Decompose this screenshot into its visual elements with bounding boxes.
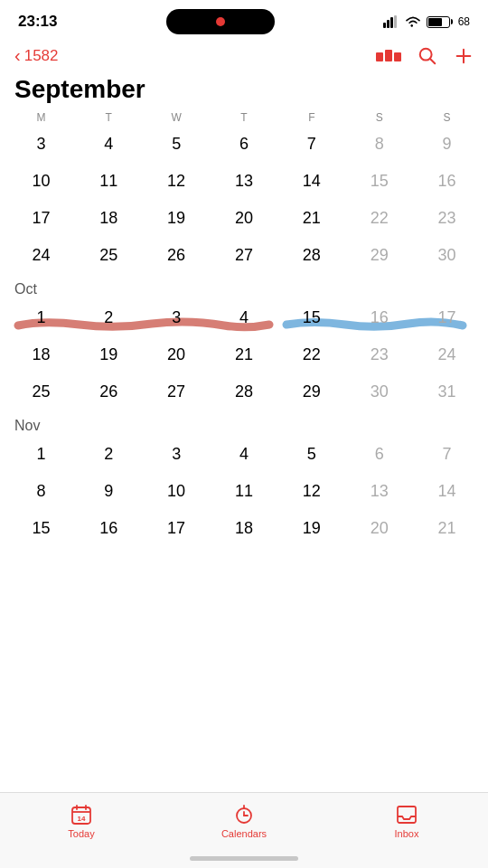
day-cell[interactable]: 17 [143, 510, 211, 547]
back-button[interactable]: ‹ 1582 [14, 45, 59, 66]
week-row: 25 26 27 28 29 30 31 [7, 373, 481, 410]
day-cell[interactable]: 2 [75, 436, 143, 473]
day-cell[interactable]: 23 [413, 200, 481, 237]
day-cell[interactable]: 19 [75, 336, 143, 373]
day-cell[interactable]: 16 [75, 510, 143, 547]
day-cell[interactable]: 17 [413, 299, 481, 336]
day-cell[interactable]: 5 [143, 126, 211, 163]
day-cell[interactable]: 22 [277, 336, 345, 373]
day-cell[interactable]: 28 [277, 237, 345, 274]
day-cell[interactable]: 19 [277, 510, 345, 547]
day-cell[interactable]: 6 [345, 436, 413, 473]
day-header-s2: S [413, 109, 481, 126]
day-cell[interactable]: 19 [143, 200, 211, 237]
day-cell[interactable]: 8 [7, 473, 75, 510]
day-cell[interactable]: 12 [143, 163, 211, 200]
week-row: 17 18 19 20 21 22 23 [7, 200, 481, 237]
day-cell[interactable]: 31 [413, 373, 481, 410]
calendars-icon [233, 804, 255, 826]
toolbar: ‹ 1582 [0, 40, 488, 71]
day-cell[interactable]: 22 [345, 200, 413, 237]
day-header-t2: T [211, 109, 278, 126]
day-header-t1: T [75, 109, 143, 126]
day-cell[interactable]: 20 [211, 200, 278, 237]
day-cell[interactable]: 25 [7, 373, 75, 410]
back-chevron-icon: ‹ [14, 45, 21, 66]
day-cell[interactable]: 21 [211, 336, 278, 373]
tab-inbox[interactable]: Inbox [325, 804, 488, 839]
day-cell[interactable]: 6 [211, 126, 278, 163]
day-cell[interactable]: 30 [345, 373, 413, 410]
day-cell[interactable]: 13 [211, 163, 278, 200]
day-cell[interactable]: 7 [413, 436, 481, 473]
day-cell[interactable]: 30 [413, 237, 481, 274]
day-cell[interactable]: 27 [211, 237, 278, 274]
signal-icon [383, 15, 399, 28]
october-label: Oct [7, 274, 481, 299]
day-cell[interactable]: 23 [345, 336, 413, 373]
day-header-s1: S [345, 109, 413, 126]
battery-level: 68 [458, 15, 470, 28]
day-cell[interactable]: 4 [211, 436, 278, 473]
day-cell[interactable]: 16 [413, 163, 481, 200]
day-cell[interactable]: 26 [143, 237, 211, 274]
day-header-w: W [143, 109, 211, 126]
day-cell[interactable]: 1 [7, 299, 75, 336]
day-cell[interactable]: 18 [211, 510, 278, 547]
day-cell[interactable]: 21 [413, 510, 481, 547]
day-cell[interactable]: 5 [277, 436, 345, 473]
day-cell[interactable]: 13 [345, 473, 413, 510]
day-cell[interactable]: 11 [211, 473, 278, 510]
day-cell[interactable]: 1 [7, 436, 75, 473]
day-cell[interactable]: 3 [143, 436, 211, 473]
day-cell[interactable]: 16 [345, 299, 413, 336]
inbox-label: Inbox [395, 828, 419, 839]
tab-today[interactable]: 14 Today [0, 804, 163, 839]
day-cell[interactable]: 28 [211, 373, 278, 410]
day-cell[interactable]: 15 [345, 163, 413, 200]
tab-calendars[interactable]: Calendars [163, 804, 325, 839]
day-cell[interactable]: 11 [75, 163, 143, 200]
day-cell[interactable]: 27 [143, 373, 211, 410]
day-cell[interactable]: 24 [413, 336, 481, 373]
day-cell[interactable]: 7 [277, 126, 345, 163]
day-cell[interactable]: 4 [211, 299, 278, 336]
day-cell[interactable]: 12 [277, 473, 345, 510]
day-cell[interactable]: 3 [7, 126, 75, 163]
svg-line-5 [430, 59, 435, 63]
svg-rect-2 [390, 17, 393, 28]
day-cell[interactable]: 14 [277, 163, 345, 200]
day-cell[interactable]: 10 [143, 473, 211, 510]
day-cell[interactable]: 15 [7, 510, 75, 547]
calendar-scroll[interactable]: September M T W T F S S 3 4 5 6 7 8 9 10… [0, 71, 488, 784]
day-header-f: F [277, 109, 345, 126]
back-label: 1582 [24, 47, 59, 65]
day-cell[interactable]: 8 [345, 126, 413, 163]
day-cell[interactable]: 10 [7, 163, 75, 200]
calendars-view-icon[interactable] [376, 50, 401, 61]
day-cell[interactable]: 21 [277, 200, 345, 237]
calendars-label: Calendars [221, 828, 267, 839]
day-cell[interactable]: 24 [7, 237, 75, 274]
day-cell[interactable]: 3 [143, 299, 211, 336]
day-cell[interactable]: 20 [143, 336, 211, 373]
week-row: 10 11 12 13 14 15 16 [7, 163, 481, 200]
day-cell[interactable]: 18 [7, 336, 75, 373]
day-cell[interactable]: 14 [413, 473, 481, 510]
day-cell[interactable]: 25 [75, 237, 143, 274]
search-icon[interactable] [418, 46, 437, 66]
day-cell[interactable]: 9 [413, 126, 481, 163]
add-icon[interactable] [454, 46, 474, 66]
day-cell[interactable]: 29 [345, 237, 413, 274]
day-cell[interactable]: 18 [75, 200, 143, 237]
day-cell[interactable]: 15 [277, 299, 345, 336]
inbox-icon [396, 804, 418, 826]
day-cell[interactable]: 29 [277, 373, 345, 410]
day-cell[interactable]: 4 [75, 126, 143, 163]
day-cell[interactable]: 26 [75, 373, 143, 410]
day-cell[interactable]: 9 [75, 473, 143, 510]
october-section: Oct 1 2 3 4 15 16 17 18 19 20 21 22 [0, 274, 488, 410]
day-cell[interactable]: 2 [75, 299, 143, 336]
day-cell[interactable]: 17 [7, 200, 75, 237]
day-cell[interactable]: 20 [345, 510, 413, 547]
